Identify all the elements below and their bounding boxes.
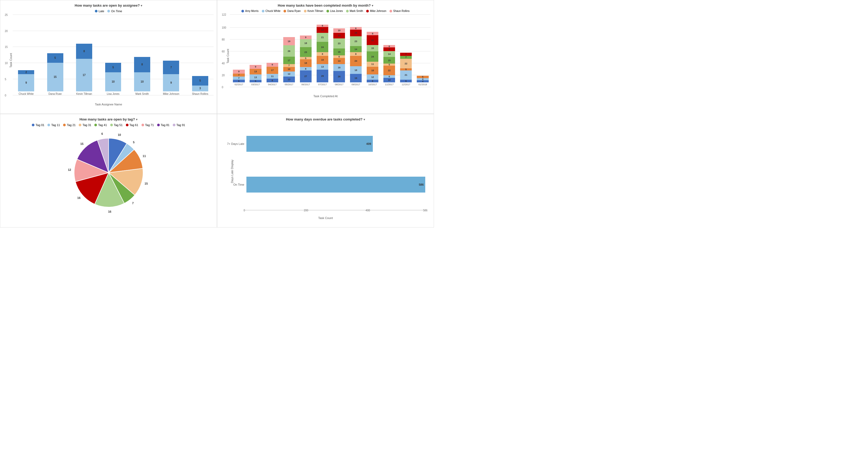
- y-tick: 25: [5, 13, 8, 17]
- month-x-label: 04/2017: [268, 83, 277, 86]
- month-bar-stack: 6779: [233, 70, 245, 83]
- month-bar-segment: 19: [283, 37, 295, 45]
- bar-stack: 105: [105, 63, 121, 91]
- month-bar-segment: 11: [267, 74, 278, 79]
- chart1-dropdown[interactable]: ▾: [141, 4, 142, 7]
- chart4-x-label: Task Count: [318, 216, 333, 220]
- month-bar-stack: 513139: [250, 65, 261, 83]
- legend-item: Kevin Tillman: [304, 9, 323, 12]
- chart4-dropdown[interactable]: ▾: [364, 118, 365, 121]
- month-bar-segment: 5: [417, 76, 428, 78]
- chart2-bars: 020406080100122 Task Count Task Complete…: [220, 14, 431, 98]
- bar-group: 35Shaun Rollins: [187, 76, 214, 95]
- chart2-dropdown[interactable]: ▾: [372, 4, 373, 7]
- hbar-x-tick: 586: [423, 209, 428, 212]
- bar-group: 178Kevin Tillman: [71, 44, 97, 95]
- chart4-bars: 7+ Days Late409On Time586: [244, 123, 425, 210]
- month-bar-segment: 8: [317, 52, 328, 56]
- month-x-label: 01/2018: [418, 83, 427, 86]
- month-bar-segment: 17: [267, 67, 278, 74]
- month-bar-segment: 9: [267, 63, 278, 67]
- chart-open-by-tag: How many tasks are open by tag? ▾ Tag 01…: [0, 114, 217, 228]
- y-tick: 5: [5, 77, 6, 80]
- month-bar-segment: 26: [333, 71, 345, 83]
- month-bar-segment: 6: [317, 25, 328, 27]
- hbar-row: On Time586: [244, 177, 425, 193]
- month-bar-segment: 13: [250, 74, 261, 80]
- bar-x-label: Dana Ryan: [49, 92, 62, 95]
- month-bar-stack: 61218112415228: [367, 32, 378, 82]
- legend-item: Tag 91: [173, 123, 185, 127]
- legend-item: Mike Johnson: [366, 9, 386, 12]
- month-bar-segment: 27: [300, 70, 312, 82]
- month-x-label: 09/2017: [351, 83, 360, 86]
- month-bar-segment: 8: [267, 79, 278, 82]
- month-bar-segment: 17: [283, 57, 295, 64]
- month-bar-segment: 24: [367, 52, 378, 62]
- chart-open-by-assignee: How many tasks are open by assignee? ▾ L…: [0, 0, 217, 114]
- legend-item: Tag 31: [79, 123, 91, 127]
- bar-stack: 155: [47, 53, 63, 91]
- bar-segment-ontime: 10: [134, 72, 150, 91]
- legend-item: Amy Morris: [241, 9, 258, 12]
- chart3-dropdown[interactable]: ▾: [136, 118, 137, 121]
- month-bar-stack: 27818523189: [300, 35, 312, 83]
- month-bar-segment: 21: [317, 33, 328, 42]
- month-x-label: 07/2017: [318, 83, 327, 86]
- bar-segment-late: 5: [105, 63, 121, 72]
- month-bar-segment: 15: [350, 30, 362, 36]
- month-bar-segment: 7: [233, 74, 245, 76]
- chart1-area: 0510152025 Task Count Task Assignee Name…: [3, 15, 214, 106]
- month-bar-segment: 6: [233, 80, 245, 83]
- bar-segment-ontime: 15: [47, 63, 63, 91]
- month-bar-segment: 14: [333, 58, 345, 64]
- month-x-label: 10/2017: [368, 83, 377, 86]
- month-bar-segment: 14: [350, 46, 362, 52]
- bar-segment-ontime: 9: [18, 74, 34, 91]
- pie-label: 6: [101, 132, 103, 135]
- month-bar-segment: 23: [333, 38, 345, 48]
- month-bar-segment: 7: [400, 56, 412, 59]
- month-bar-segment: 22: [367, 35, 378, 45]
- bar-stack: 178: [76, 44, 92, 91]
- legend-item: Chuck White: [262, 9, 281, 12]
- month-bar-segment: 8: [367, 32, 378, 35]
- month-bar-segment: 10: [283, 67, 295, 71]
- legend-item: Mark Smith: [346, 9, 363, 12]
- legend-item: Tag 61: [126, 123, 138, 127]
- month-bar-segment: 26: [283, 45, 295, 57]
- bar-x-label: Lisa Jones: [107, 92, 120, 95]
- month-bar-segment: 13: [317, 64, 328, 70]
- y-tick: 20: [222, 74, 225, 76]
- month-bar-segment: 6: [333, 55, 345, 58]
- bar-stack: 97: [163, 61, 179, 91]
- month-bar-segment: 6: [383, 75, 395, 78]
- bar-segment-ontime: 10: [105, 72, 121, 91]
- month-bar-segment: 5: [300, 57, 312, 59]
- legend-item: Tag 81: [157, 123, 169, 127]
- month-bar-segment: 15: [367, 45, 378, 52]
- month-bar-segment: 21: [400, 70, 412, 79]
- y-tick: 80: [222, 38, 225, 41]
- month-bar-segment: 11: [367, 62, 378, 66]
- hbar-row-label: 7+ Days Late: [223, 142, 244, 145]
- chart4-title: How many days overdue are tasks complete…: [220, 117, 431, 121]
- chart2-y-label: Task Count: [226, 49, 229, 63]
- legend-item: Late: [95, 9, 104, 13]
- month-bar-segment: 19: [317, 56, 328, 64]
- grid-line: 25: [13, 14, 214, 15]
- month-bar-segment: 23: [350, 36, 362, 46]
- y-tick: 0: [5, 94, 6, 97]
- month-bar-segment: 6: [350, 27, 362, 30]
- pie-label: 5: [133, 141, 134, 144]
- chart3-pie-area: 10511157161612156: [3, 129, 214, 217]
- legend-item: Dana Ryan: [283, 9, 301, 12]
- y-tick: 20: [5, 29, 8, 32]
- month-bar-segment: 29: [317, 70, 328, 83]
- chart2-x-label: Task Completed At: [313, 95, 338, 98]
- month-bar-group: 6215227712/2017: [398, 53, 414, 86]
- bar-group: 105Lisa Jones: [100, 63, 126, 95]
- month-bar-segment: 4: [417, 80, 428, 83]
- y-tick: 122: [222, 13, 226, 16]
- bar-segment-late: 7: [163, 61, 179, 74]
